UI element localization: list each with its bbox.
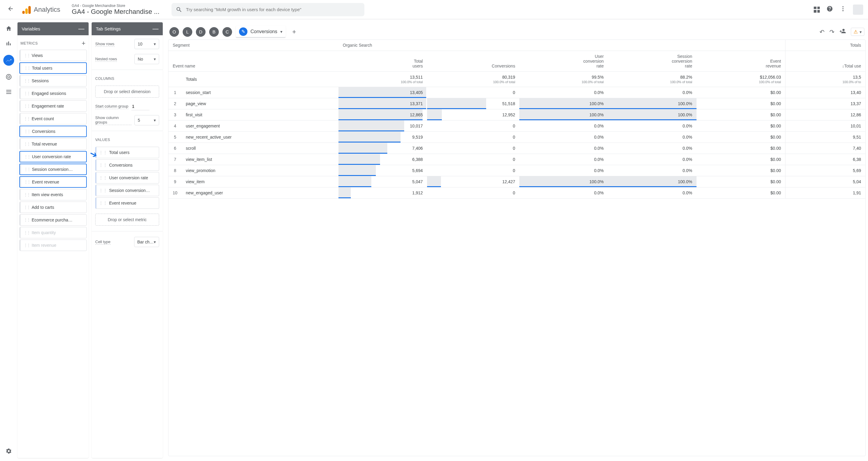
table-row[interactable]: 2page_view13,37151,518100.0%100.0%$0.001… (168, 98, 865, 110)
table-row[interactable]: 10new_engaged_user1,91200.0%0.0%$0.001,9… (168, 187, 865, 198)
sampling-warning[interactable]: ⚠ ▾ (851, 28, 864, 36)
cell-type-select[interactable]: Bar ch…▾ (134, 237, 159, 247)
tab-letter[interactable]: B (209, 27, 219, 37)
data-cell: 0 (427, 165, 520, 176)
value-chip[interactable]: ⋮⋮User conversion rate (95, 172, 159, 184)
data-cell: 100.0% (608, 110, 696, 121)
totals-sort-column[interactable]: ↓Total use (785, 51, 865, 72)
tab-settings-panel: Tab Settings — Show rows 10▾ Nested rows… (92, 22, 163, 458)
tab-letter[interactable]: L (183, 27, 192, 37)
active-tab[interactable]: ✎ Conversions ▾ (236, 26, 286, 38)
metric-label: Engagement rate (32, 104, 64, 109)
data-cell: 0.0% (519, 121, 608, 132)
ga-logo-icon (22, 5, 31, 14)
nav-reports[interactable] (5, 40, 13, 48)
row-total-cell: 7,40 (785, 143, 865, 154)
undo-button[interactable]: ↶ (819, 28, 825, 36)
nested-rows-label: Nested rows (95, 57, 117, 62)
table-row[interactable]: 7view_item_list6,38800.0%0.0%$0.006,38 (168, 154, 865, 165)
start-column-group-input[interactable] (131, 102, 150, 110)
search-box[interactable] (172, 3, 364, 16)
tab-letter[interactable]: O (169, 27, 179, 37)
metric-chip[interactable]: ⋮⋮Item quantity (19, 227, 87, 238)
data-cell: 12,952 (427, 110, 520, 121)
table-row[interactable]: 8view_promotion5,69400.0%0.0%$0.005,69 (168, 165, 865, 176)
add-tab-button[interactable]: + (289, 27, 299, 37)
event-name-header[interactable]: Event name (168, 51, 338, 72)
column-header[interactable]: Conversions (427, 51, 520, 72)
data-cell: 0 (427, 121, 520, 132)
table-row[interactable]: 5new_recent_active_user9,51900.0%0.0%$0.… (168, 132, 865, 143)
value-chip[interactable]: ⋮⋮Total users (95, 147, 159, 158)
redo-button[interactable]: ↷ (830, 28, 835, 36)
nav-configure[interactable] (5, 88, 13, 96)
chevron-down-icon[interactable]: ▾ (280, 29, 282, 34)
metric-chip[interactable]: ⋮⋮Ecommerce purcha… (19, 214, 87, 226)
collapse-tab-settings[interactable]: — (153, 25, 158, 32)
metric-chip[interactable]: ⋮⋮Sessions (19, 75, 87, 87)
value-chip[interactable]: ⋮⋮Conversions (95, 159, 159, 171)
metric-chip[interactable]: ⋮⋮Item revenue (19, 240, 87, 251)
column-header[interactable]: Totalusers (338, 51, 427, 72)
table-row[interactable]: 6scroll7,40600.0%0.0%$0.007,40 (168, 143, 865, 154)
metric-chip[interactable]: ⋮⋮Add to carts (19, 202, 87, 213)
metric-chip[interactable]: ⋮⋮Engagement rate (19, 100, 87, 112)
metric-chip[interactable]: ⋮⋮Event count (19, 113, 87, 124)
data-cell: $0.00 (696, 154, 785, 165)
table-row[interactable]: 3first_visit12,86512,952100.0%100.0%$0.0… (168, 110, 865, 121)
svg-point-2 (842, 10, 844, 11)
metric-chip[interactable]: ⋮⋮Session conversion… (19, 164, 87, 175)
metric-chip[interactable]: ⋮⋮User conversion rate (19, 151, 87, 162)
table-row[interactable]: 4user_engagement10,01700.0%0.0%$0.0010,0… (168, 121, 865, 132)
metric-chip[interactable]: ⋮⋮Engaged sessions (19, 88, 87, 99)
drop-metric-zone[interactable]: Drop or select metric (95, 214, 159, 226)
totals-label: Totals (182, 72, 339, 87)
nav-explore[interactable] (3, 55, 14, 66)
metric-chip[interactable]: ⋮⋮Total revenue (19, 138, 87, 150)
row-total-cell: 6,38 (785, 154, 865, 165)
more-vert-icon[interactable] (840, 5, 846, 14)
show-column-groups-select[interactable]: 5▾ (134, 115, 159, 125)
help-icon[interactable] (827, 5, 833, 14)
metric-label: Session conversion… (32, 167, 73, 172)
collapse-variables[interactable]: — (79, 25, 84, 32)
drag-handle-icon: ⋮⋮ (24, 53, 30, 58)
show-rows-select[interactable]: 10▾ (134, 39, 159, 49)
column-header[interactable]: Eventrevenue (696, 51, 785, 72)
search-input[interactable] (186, 7, 360, 12)
metric-label: Conversions (32, 129, 56, 134)
drag-handle-icon: ⋮⋮ (99, 188, 107, 193)
table-row[interactable]: 1session_start13,40500.0%0.0%$0.0013,40 (168, 87, 865, 98)
metric-chip[interactable]: ⋮⋮Conversions (19, 126, 87, 137)
drag-handle-icon: ⋮⋮ (24, 230, 30, 235)
add-metric-button[interactable]: + (82, 39, 86, 47)
drop-dimension-zone[interactable]: Drop or select dimension (95, 86, 159, 98)
property-title[interactable]: GA4 - Google Merchandise Store GA4 - Goo… (72, 4, 159, 16)
metric-chip[interactable]: ⋮⋮Views (19, 50, 87, 61)
drag-handle-icon: ⋮⋮ (24, 117, 30, 121)
metric-chip[interactable]: ⋮⋮Event revenue (19, 176, 87, 188)
nav-admin[interactable] (5, 447, 13, 455)
value-chip[interactable]: ⋮⋮Event revenue (95, 197, 159, 209)
back-button[interactable] (5, 3, 16, 16)
data-cell: 0.0% (608, 87, 696, 98)
apps-grid-icon[interactable] (814, 7, 820, 13)
data-cell: 6,388 (338, 154, 427, 165)
tab-letter[interactable]: D (196, 27, 206, 37)
share-button[interactable] (839, 28, 846, 36)
tab-letter[interactable]: C (222, 27, 232, 37)
nav-home[interactable] (5, 25, 13, 33)
nav-advertising[interactable] (5, 73, 13, 81)
metric-chip[interactable]: ⋮⋮Item view events (19, 189, 87, 201)
cell-type-label: Cell type (95, 240, 111, 245)
row-total-cell: 5,69 (785, 165, 865, 176)
column-header[interactable]: Userconversionrate (519, 51, 608, 72)
metric-chip[interactable]: ⋮⋮Total users (19, 62, 87, 74)
metric-label: Event count (32, 116, 54, 121)
data-cell: $0.00 (696, 132, 785, 143)
nested-rows-select[interactable]: No▾ (134, 54, 159, 64)
value-chip[interactable]: ⋮⋮Session conversion… (95, 185, 159, 196)
column-header[interactable]: Sessionconversionrate (608, 51, 696, 72)
table-row[interactable]: 9view_item5,04712,427100.0%100.0%$0.005,… (168, 176, 865, 187)
account-avatar[interactable] (853, 4, 863, 15)
